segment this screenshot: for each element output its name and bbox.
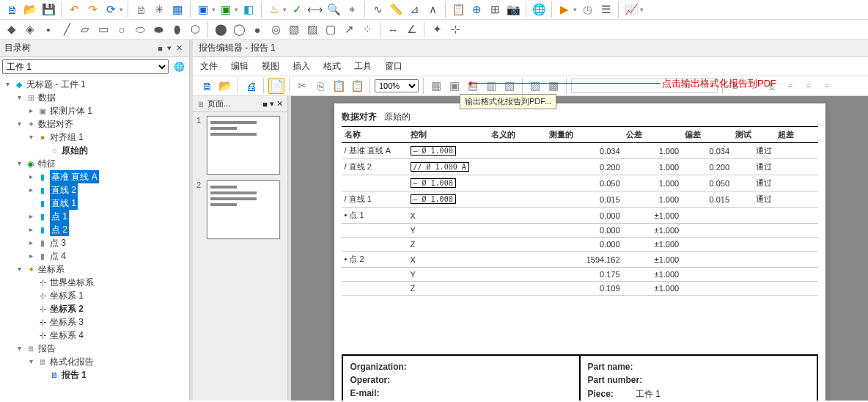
cylinder-icon[interactable]: ⬤ [213,21,229,37]
orig-icon: ○ [49,145,59,156]
matrix-icon[interactable]: ▦ [169,1,185,18]
refresh-icon[interactable]: ⟳ [103,1,119,18]
align-left-icon[interactable]: ≡ [782,78,798,94]
slot-icon[interactable]: ⬬ [150,21,166,37]
thumbnail-pane: 🗎 页面... ■ ▾ ✕ 1 2 [193,96,288,401]
group-icon: ● [37,132,48,142]
tool-f-icon[interactable]: ▨ [527,78,543,94]
open-icon[interactable]: 📂 [22,1,38,18]
rect-icon[interactable]: ▭ [95,21,111,37]
thumbnail-2[interactable]: 2 [196,180,284,239]
cone-icon[interactable]: ◯ [231,21,247,37]
shape2-icon[interactable]: ◈ [22,21,38,37]
pin-icon[interactable]: ■ [155,44,165,53]
box-icon[interactable]: ▢ [323,21,339,37]
tool-b-icon[interactable]: ▣ [446,78,463,94]
undo-icon[interactable]: ↶ [66,1,82,18]
vec-icon[interactable]: ↗ [341,21,357,37]
tree[interactable]: ▾◆无标题 - 工件 1 ▾⊞数据 ▸▣探测片体 1 ▾✦数据对齐 ▾●对齐组 … [0,76,189,401]
zoom-select[interactable]: 100% [375,79,419,92]
data-icon: ⊞ [26,92,36,103]
align-center-icon[interactable]: ≡ [801,78,817,94]
gauge-icon[interactable]: ◷ [579,1,595,18]
tool-g-icon[interactable]: ▩ [545,78,562,94]
play-icon[interactable]: ▶ [556,1,573,18]
redo-icon[interactable]: ↷ [84,1,100,18]
circle-icon[interactable]: ○ [114,21,130,37]
caliper-icon[interactable]: ⊿ [406,1,422,18]
axis-icon[interactable]: ✦ [429,21,445,37]
polyline-icon[interactable]: ✳ [151,1,167,18]
poly-icon[interactable]: ⬡ [187,21,203,37]
close-icon[interactable]: ✕ [276,99,283,109]
menu-insert[interactable]: 插入 [293,59,310,74]
tool-e-icon[interactable]: ▧ [501,78,518,94]
doc-tool-icon[interactable]: 🗎 [133,1,149,18]
globe-button[interactable]: 🌐 [171,59,187,74]
chart-icon[interactable]: 📈 [623,1,639,18]
piece-select[interactable]: 工件 1 [2,59,169,74]
menu-window[interactable]: 窗口 [385,59,402,74]
measure-icon[interactable]: ✓ [289,1,305,18]
cube-icon[interactable]: ▣ [195,1,211,18]
line-icon[interactable]: ╱ [59,21,75,37]
shape1-icon[interactable]: ◆ [4,21,20,37]
menu-view[interactable]: 视图 [262,59,279,74]
report-menubar: 文件 编辑 视图 插入 格式 工具 窗口 [193,57,868,76]
surf1-icon[interactable]: ▧ [286,21,302,37]
save-icon[interactable]: 💾 [40,1,56,18]
info-box: Organization: Operator: E-mail: Part nam… [342,354,818,401]
table-icon[interactable]: ⊞ [487,1,503,18]
ellipse-icon[interactable]: ⬭ [132,21,148,37]
surf2-icon[interactable]: ▨ [304,21,320,37]
angle-icon[interactable]: ∠ [403,21,419,37]
paste-icon[interactable]: 📋 [331,78,347,94]
tool-d-icon[interactable]: ▥ [483,78,499,94]
dimension-icon[interactable]: ⟷ [307,1,323,18]
dropdown-icon[interactable]: ▾ [165,43,174,53]
new-icon[interactable]: 🗎 [4,1,20,18]
print-icon[interactable]: 🖨 [243,78,259,94]
shade-icon[interactable]: ◧ [240,1,257,18]
expander-icon[interactable]: ▾ [3,78,12,91]
clipboard-icon[interactable]: 📋 [450,1,466,18]
paste2-icon[interactable]: 📋 [349,78,365,94]
ruler-icon[interactable]: 📏 [388,1,404,18]
close-icon[interactable]: ✕ [174,43,185,53]
cube-green-icon[interactable]: ▣ [218,1,234,18]
menu-file[interactable]: 文件 [200,59,218,74]
add-report-icon[interactable]: ⊕ [468,1,485,18]
torus-icon[interactable]: ◎ [268,21,284,37]
cs-icon[interactable]: ⊹ [447,21,463,37]
zoom-window-icon[interactable]: 🔍 [326,1,342,18]
cluster-icon[interactable]: ⁘ [359,21,375,37]
new-report-icon[interactable]: 🗎 [199,78,215,94]
sphere-icon[interactable]: ● [249,21,265,37]
plane-icon[interactable]: ▱ [77,21,93,37]
pin-icon[interactable]: ■ [262,100,268,109]
export-pdf-tooltip: 输出格式化报告到PDF... [460,94,556,109]
export-pdf-button[interactable]: 📄 [268,78,284,94]
camera-icon[interactable]: 📷 [505,1,521,18]
compass-icon[interactable]: ∧ [424,1,441,18]
align-right-icon[interactable]: ≡ [819,78,835,94]
open-report-icon[interactable]: 📂 [217,78,233,94]
copy-icon[interactable]: ⎘ [312,78,328,94]
flame-icon[interactable]: ♨ [266,1,282,18]
point-icon[interactable]: • [40,21,56,37]
cut-icon[interactable]: ✂ [294,78,310,94]
tool-a-icon[interactable]: ▦ [428,78,444,94]
info-piece-value: 工件 1 [636,389,661,399]
slot2-icon[interactable]: ⬮ [169,21,185,37]
dropdown-icon[interactable]: ▾ [270,99,274,109]
world-icon[interactable]: 🌐 [531,1,547,18]
list-icon[interactable]: ☰ [597,1,614,18]
curve-icon[interactable]: ∿ [369,1,386,18]
menu-format[interactable]: 格式 [323,59,341,74]
pick-icon[interactable]: ⌖ [344,1,360,18]
menu-edit[interactable]: 编辑 [231,59,249,74]
menu-tools[interactable]: 工具 [354,59,372,74]
report-canvas[interactable]: 数据对齐 原始的 名称 控制 名义的 测量的 公差 偏差 测试 超差 [291,96,868,401]
thumbnail-1[interactable]: 1 [196,116,284,175]
dist-icon[interactable]: ↔ [385,21,401,37]
